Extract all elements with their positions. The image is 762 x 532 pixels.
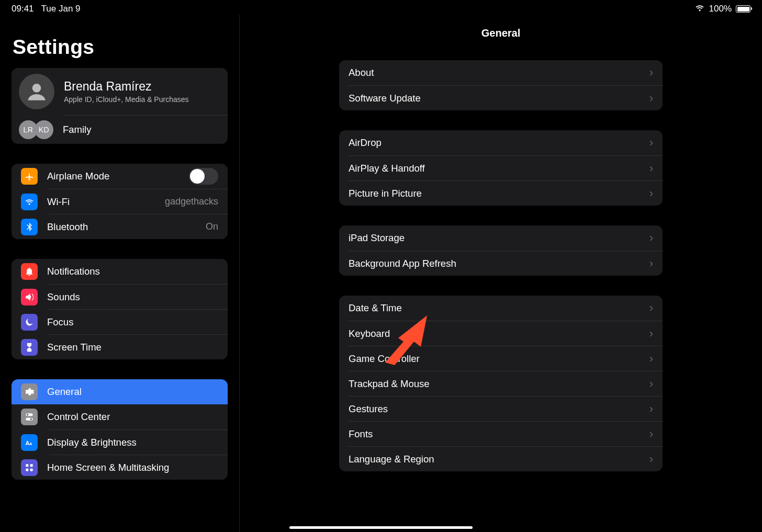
chevron-right-icon: › [649, 137, 653, 149]
row-label: About [349, 67, 374, 78]
general-item-keyboard[interactable]: Keyboard› [349, 321, 663, 346]
account-sub: Apple ID, iCloud+, Media & Purchases [64, 95, 189, 104]
sidebar-item-general[interactable]: General [12, 379, 228, 404]
switches-icon [21, 409, 38, 425]
avatar [19, 74, 54, 109]
sidebar-item-display[interactable]: AA Display & Brightness [49, 429, 228, 455]
sidebar-item-label: Focus [47, 316, 218, 328]
general-item-game-controller[interactable]: Game Controller› [349, 346, 663, 371]
svg-rect-9 [26, 468, 28, 471]
general-item-background-refresh[interactable]: Background App Refresh› [349, 251, 663, 276]
family-badge: KD [35, 120, 53, 139]
detail-title: General [481, 27, 520, 39]
moon-icon [21, 314, 38, 331]
svg-rect-8 [30, 464, 33, 467]
sidebar-item-focus[interactable]: Focus [49, 309, 228, 334]
sidebar-item-label: Control Center [47, 411, 218, 423]
bluetooth-value: On [206, 221, 218, 232]
sidebar-item-home-screen[interactable]: Home Screen & Multitasking [49, 455, 228, 480]
wifi-value: gadgethacks [165, 196, 218, 207]
bell-icon [21, 263, 38, 280]
account-card[interactable]: Brenda Ramírez Apple ID, iCloud+, Media … [12, 68, 228, 144]
chevron-right-icon: › [649, 188, 653, 199]
row-label: Keyboard [349, 328, 390, 339]
sidebar-item-screentime[interactable]: Screen Time [49, 334, 228, 359]
grid-icon [21, 459, 38, 476]
sidebar-item-airplane[interactable]: Airplane Mode [12, 164, 228, 189]
svg-point-4 [30, 418, 32, 420]
chevron-right-icon: › [649, 454, 653, 465]
detail-panel: General About› Software Update› AirDrop›… [240, 15, 762, 532]
chevron-right-icon: › [649, 232, 653, 244]
general-item-airplay[interactable]: AirPlay & Handoff› [349, 155, 663, 180]
general-item-language[interactable]: Language & Region› [349, 446, 663, 471]
svg-text:A: A [29, 442, 32, 446]
svg-point-3 [27, 414, 28, 415]
bluetooth-icon [21, 219, 38, 235]
family-row[interactable]: LR KD Family [64, 115, 228, 144]
general-item-storage[interactable]: iPad Storage› [339, 225, 663, 251]
chevron-right-icon: › [649, 378, 653, 390]
row-label: Gestures [349, 403, 388, 415]
hourglass-icon [21, 339, 38, 356]
chevron-right-icon: › [649, 302, 653, 314]
gear-icon [21, 383, 38, 400]
general-item-trackpad[interactable]: Trackpad & Mouse› [349, 371, 663, 396]
sidebar-item-notifications[interactable]: Notifications [12, 259, 228, 284]
sidebar-item-label: Home Screen & Multitasking [47, 462, 218, 473]
sidebar-item-label: Bluetooth [47, 221, 206, 233]
status-time: 09:41 [12, 4, 34, 14]
general-item-date-time[interactable]: Date & Time› [339, 296, 663, 321]
status-bar: 09:41 Tue Jan 9 100% [0, 0, 762, 15]
chevron-right-icon: › [649, 428, 653, 440]
row-label: Trackpad & Mouse [349, 378, 430, 390]
row-label: Fonts [349, 428, 373, 440]
status-date: Tue Jan 9 [41, 4, 81, 14]
chevron-right-icon: › [649, 328, 653, 339]
airplane-icon [21, 168, 38, 185]
sidebar-item-wifi[interactable]: Wi-Fi gadgethacks [49, 189, 228, 214]
svg-point-0 [32, 84, 41, 93]
sidebar-item-label: Wi-Fi [47, 196, 165, 208]
sidebar-item-control-center[interactable]: Control Center [12, 404, 228, 429]
chevron-right-icon: › [649, 163, 653, 174]
general-item-gestures[interactable]: Gestures› [349, 396, 663, 421]
general-item-software-update[interactable]: Software Update› [349, 85, 663, 110]
home-indicator[interactable] [289, 526, 473, 529]
sidebar-item-label: Airplane Mode [47, 171, 189, 182]
chevron-right-icon: › [649, 93, 653, 104]
general-item-fonts[interactable]: Fonts› [349, 421, 663, 446]
general-item-pip[interactable]: Picture in Picture› [349, 180, 663, 206]
sidebar-item-label: Screen Time [47, 342, 218, 353]
page-title: Settings [13, 36, 228, 59]
chevron-right-icon: › [649, 67, 653, 78]
row-label: Picture in Picture [349, 188, 422, 199]
row-label: Game Controller [349, 353, 420, 365]
row-label: iPad Storage [349, 232, 405, 244]
row-label: Software Update [349, 93, 421, 104]
speaker-icon [21, 289, 38, 305]
battery-percent: 100% [709, 4, 732, 14]
row-label: Background App Refresh [349, 258, 456, 269]
wifi-icon [21, 194, 38, 210]
chevron-right-icon: › [649, 353, 653, 365]
svg-rect-10 [30, 468, 33, 471]
battery-icon [736, 5, 750, 13]
row-label: AirDrop [349, 137, 382, 149]
account-name: Brenda Ramírez [64, 80, 189, 94]
sidebar-item-bluetooth[interactable]: Bluetooth On [49, 214, 228, 239]
sidebar-item-label: Display & Brightness [47, 437, 218, 448]
chevron-right-icon: › [649, 403, 653, 415]
general-item-about[interactable]: About› [339, 60, 663, 85]
general-item-airdrop[interactable]: AirDrop› [339, 130, 663, 155]
row-label: Language & Region [349, 454, 434, 465]
sidebar-item-label: General [47, 386, 218, 398]
svg-rect-7 [26, 464, 28, 467]
sidebar-item-sounds[interactable]: Sounds [49, 284, 228, 309]
chevron-right-icon: › [649, 258, 653, 269]
row-label: Date & Time [349, 302, 402, 314]
airplane-toggle[interactable] [189, 168, 218, 185]
sidebar-item-label: Sounds [47, 291, 218, 303]
row-label: AirPlay & Handoff [349, 163, 425, 174]
sidebar-item-label: Notifications [47, 266, 218, 277]
